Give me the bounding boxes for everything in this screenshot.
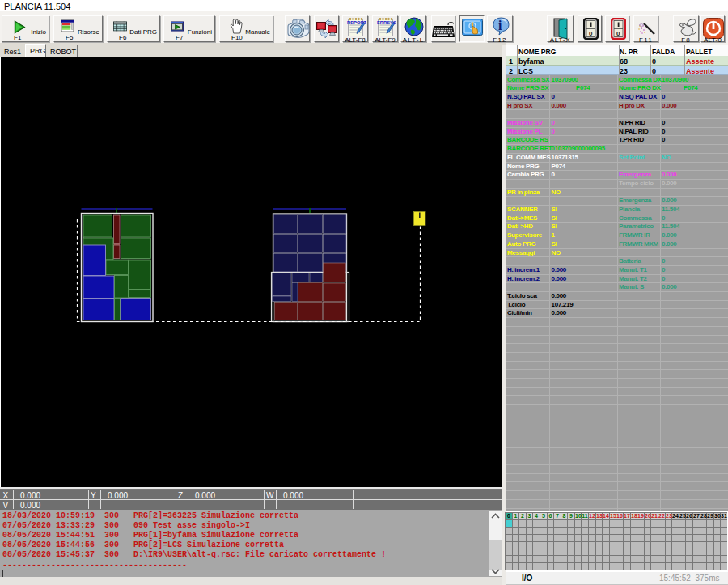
svg-text:i: i <box>498 19 502 32</box>
svg-text:ERRSYS: ERRSYS <box>377 20 396 25</box>
svg-text:0: 0 <box>616 30 620 37</box>
svg-text:REPORT: REPORT <box>347 20 366 25</box>
svg-text:0: 0 <box>589 30 593 37</box>
